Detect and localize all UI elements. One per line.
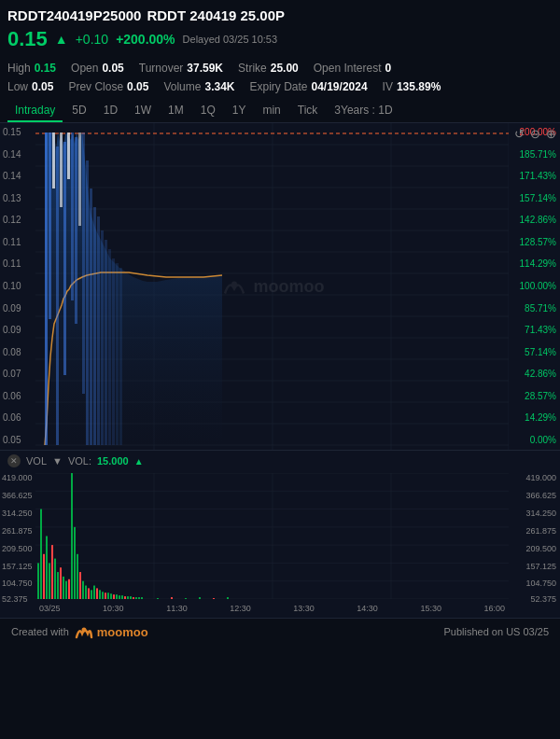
price-label-7: 0.10 <box>0 281 35 292</box>
pct-label-142: 142.86% <box>509 215 560 226</box>
expiry-value: 04/19/2024 <box>312 80 368 93</box>
info-turnover: Turnover 37.59K <box>139 62 223 75</box>
svg-rect-58 <box>51 545 53 599</box>
price-label-13: 0.06 <box>0 412 35 424</box>
tab-bar: Intraday 5D 1D 1W 1M 1Q 1Y min Tick 3Yea… <box>0 96 560 123</box>
svg-rect-20 <box>45 132 48 445</box>
svg-rect-60 <box>57 572 59 599</box>
info-open-interest: Open Interest 0 <box>314 62 391 75</box>
vol-price-1: 366.625 <box>2 491 33 500</box>
svg-rect-61 <box>60 567 62 599</box>
high-label: High <box>7 62 31 75</box>
prev-close-label: Prev Close <box>68 80 123 93</box>
open-value: 0.05 <box>102 62 123 75</box>
vol-pct-1: 366.625 <box>525 491 556 500</box>
volume-price-axis: 419.000 366.625 314.250 261.875 209.500 … <box>0 473 35 599</box>
svg-rect-26 <box>67 132 70 179</box>
info-volume: Volume 3.34K <box>163 80 234 93</box>
svg-rect-56 <box>46 537 48 600</box>
tab-1q[interactable]: 1Q <box>193 100 223 122</box>
svg-rect-30 <box>82 132 85 394</box>
svg-rect-53 <box>37 563 39 599</box>
header: RDDT240419P25000 RDDT 240419 25.00P 0.15… <box>0 0 560 59</box>
vol-pct-5: 157.125 <box>525 562 556 571</box>
svg-rect-75 <box>99 590 101 599</box>
expiry-label: Expiry Date <box>249 80 307 93</box>
ticker-name: RDDT 240419 25.00P <box>147 7 285 23</box>
tab-tick[interactable]: Tick <box>290 100 326 122</box>
volume-label: Volume <box>163 80 201 93</box>
pct-label-42: 42.86% <box>509 369 560 380</box>
tab-intraday[interactable]: Intraday <box>7 100 63 122</box>
price-pct: +200.00% <box>116 32 175 47</box>
svg-rect-66 <box>74 527 76 599</box>
pct-label-171: 171.43% <box>509 171 560 182</box>
pct-label-57: 57.14% <box>509 347 560 358</box>
tab-1w[interactable]: 1W <box>127 100 159 122</box>
volume-pct-axis: 419.000 366.625 314.250 261.875 209.500 … <box>509 473 560 599</box>
price-label-3: 0.13 <box>0 193 35 204</box>
price-label-4: 0.12 <box>0 215 35 226</box>
low-value: 0.05 <box>32 80 53 93</box>
vol-current-value: 15.000 <box>97 455 129 467</box>
undo-button[interactable]: ↺ <box>514 127 525 141</box>
vol-pct-0: 419.000 <box>525 473 556 482</box>
vol-price-6: 104.750 <box>2 579 33 588</box>
vol-label: VOL <box>26 455 47 467</box>
strike-label: Strike <box>238 62 267 75</box>
published-label: Published on US 03/25 <box>443 626 549 637</box>
info-prev-close: Prev Close 0.05 <box>68 80 148 93</box>
price-main: 0.15 <box>7 27 48 51</box>
svg-rect-27 <box>71 132 74 300</box>
time-1430: 14:30 <box>357 604 378 613</box>
time-0325: 03/25 <box>39 604 61 613</box>
vol-pct-4: 209.500 <box>525 544 556 553</box>
zoom-out-button[interactable]: ⊖ <box>530 127 540 141</box>
svg-rect-67 <box>77 554 78 599</box>
tab-1d[interactable]: 1D <box>96 100 125 122</box>
svg-rect-31 <box>86 160 89 445</box>
vol-price-5: 157.125 <box>2 562 33 571</box>
tab-1y[interactable]: 1Y <box>225 100 254 122</box>
tab-5d[interactable]: 5D <box>64 100 93 122</box>
svg-rect-37 <box>108 249 111 445</box>
svg-rect-65 <box>71 473 73 599</box>
zoom-in-button[interactable]: ⊕ <box>546 127 556 141</box>
svg-rect-23 <box>56 146 59 445</box>
info-open: Open 0.05 <box>71 62 124 75</box>
svg-rect-57 <box>49 563 50 599</box>
pct-label-185: 185.71% <box>509 149 560 160</box>
svg-rect-76 <box>102 592 104 599</box>
svg-rect-21 <box>49 132 51 319</box>
tab-1m[interactable]: 1M <box>161 100 191 122</box>
turnover-value: 37.59K <box>187 62 223 75</box>
volume-close-button[interactable]: ✕ <box>7 454 21 467</box>
delayed-badge: Delayed 03/25 10:53 <box>183 34 278 45</box>
moomoo-logo-icon <box>75 624 93 639</box>
tab-min[interactable]: min <box>255 100 287 122</box>
ticker-symbol: RDDT240419P25000 <box>7 7 141 23</box>
created-with-label: Created with <box>11 626 69 637</box>
high-value: 0.15 <box>35 62 56 75</box>
svg-rect-32 <box>90 188 92 445</box>
tab-3years[interactable]: 3Years : 1D <box>327 100 399 122</box>
price-arrow-icon: ▲ <box>55 32 68 47</box>
price-label-5: 0.11 <box>0 237 35 248</box>
info-strike: Strike 25.00 <box>238 62 299 75</box>
info-expiry: Expiry Date 04/19/2024 <box>249 80 367 93</box>
vol-pct-7: 52.375 <box>530 594 556 604</box>
iv-label: IV <box>383 80 393 93</box>
vol-price-4: 209.500 <box>2 544 33 553</box>
svg-rect-73 <box>93 586 95 599</box>
svg-rect-28 <box>75 137 77 324</box>
price-label-10: 0.08 <box>0 347 35 358</box>
svg-rect-24 <box>60 132 63 207</box>
open-interest-label: Open Interest <box>314 62 382 75</box>
svg-rect-40 <box>119 268 122 445</box>
volume-svg <box>35 473 509 599</box>
price-label-12: 0.06 <box>0 391 35 402</box>
prev-close-value: 0.05 <box>127 80 148 93</box>
time-1600: 16:00 <box>483 604 505 613</box>
svg-rect-22 <box>52 132 55 188</box>
pct-label-85: 85.71% <box>509 303 560 314</box>
